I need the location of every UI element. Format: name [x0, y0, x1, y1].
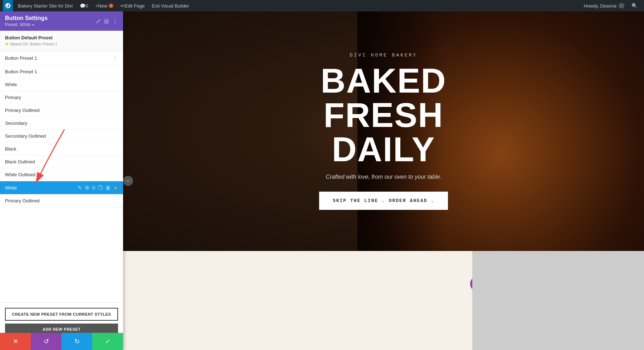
- duplicate-icon[interactable]: ⎘: [92, 185, 95, 191]
- new-badge: 1: [109, 4, 113, 8]
- gray-content-area: [472, 251, 644, 350]
- preset-item-black[interactable]: Black: [0, 143, 123, 156]
- preset-item-secondary[interactable]: Secondary: [0, 117, 123, 130]
- admin-bar-exit-builder[interactable]: Exit Visual Builder: [148, 0, 193, 11]
- panel-preset-label[interactable]: Preset: White ▾: [5, 22, 48, 27]
- content-area: DIVI HOME BAKERY BAKED FRESH DAILY Craft…: [123, 11, 644, 350]
- panel-more-icon[interactable]: ⋮: [112, 18, 118, 25]
- main-layout: Button Settings Preset: White ▾ ⤢ ⊟ ⋮ Bu…: [0, 11, 644, 350]
- preset-item-secondary-outlined[interactable]: Secondary Outlined: [0, 130, 123, 143]
- default-preset-title: Button Default Preset: [5, 35, 118, 40]
- hero-content: DIVI HOME BAKERY BAKED FRESH DAILY Craft…: [258, 53, 509, 210]
- preset-item-white[interactable]: White: [0, 78, 123, 91]
- preset-item-primary-outlined[interactable]: Primary Outlined: [0, 104, 123, 117]
- hero-subtitle: DIVI HOME BAKERY: [258, 53, 509, 58]
- hero-title: BAKED FRESH DAILY: [258, 64, 509, 167]
- star-active-icon[interactable]: ★: [113, 185, 118, 191]
- preset-dropdown-arrow: ▾: [32, 23, 34, 27]
- preset-item[interactable]: Button Preset 1: [0, 65, 123, 78]
- settings-icon[interactable]: ⚙: [85, 185, 89, 191]
- panel-resize-icon[interactable]: ⤢: [96, 18, 101, 25]
- user-avatar: [619, 3, 624, 9]
- star-icon: ★: [5, 41, 9, 46]
- save-button[interactable]: ✓: [92, 333, 123, 350]
- default-preset-section: Button Default Preset ★ Based On: Button…: [0, 31, 123, 51]
- copy-icon[interactable]: ❐: [98, 185, 103, 191]
- admin-bar-user: Howdy, Deanna: [580, 3, 628, 9]
- bottom-toolbar: ✕ ↺ ↻ ✓: [0, 333, 123, 350]
- admin-bar-comments[interactable]: 💬 0: [76, 0, 92, 11]
- wp-logo[interactable]: [3, 0, 13, 11]
- preset-item-primary-outlined-2[interactable]: Primary Outlined: [0, 194, 123, 207]
- three-dots-icon[interactable]: ⋮: [112, 55, 118, 61]
- hero-description: Crafted with love, from our oven to your…: [258, 174, 509, 180]
- admin-bar-site-name[interactable]: Bakery Starter Site for Divi: [14, 0, 76, 11]
- panel-columns-icon[interactable]: ⊟: [104, 18, 109, 25]
- edit-icon[interactable]: ✎: [78, 185, 82, 191]
- preset-list: Button Preset 1 ⋮ Button Preset 1 White …: [0, 51, 123, 302]
- admin-search-icon[interactable]: 🔍: [628, 3, 641, 9]
- preset-item-primary[interactable]: Primary: [0, 91, 123, 104]
- hero-section: DIVI HOME BAKERY BAKED FRESH DAILY Craft…: [123, 11, 644, 251]
- undo-button[interactable]: ↺: [31, 333, 62, 350]
- preset-item-white-outlined[interactable]: White Outlined: [0, 168, 123, 181]
- hero-cta-button[interactable]: SKIP THE LINE . ORDER AHEAD .: [319, 192, 448, 210]
- panel-header: Button Settings Preset: White ▾ ⤢ ⊟ ⋮: [0, 11, 123, 31]
- panel-title: Button Settings: [5, 15, 48, 21]
- admin-bar: Bakery Starter Site for Divi 💬 0 + New 1…: [0, 0, 644, 11]
- preset-item-action-icons: ✎ ⚙ ⎘ ❐ 🗑 ★: [78, 185, 118, 191]
- admin-bar-edit-page[interactable]: ✏ Edit Page: [117, 0, 148, 11]
- preset-item-black-outlined[interactable]: Black Outlined: [0, 156, 123, 168]
- preset-item[interactable]: Button Preset 1 ⋮: [0, 51, 123, 65]
- below-hero-section: ••• BAKED FRESH DAILY: [123, 251, 644, 350]
- preset-item-white-active[interactable]: White ✎ ⚙ ⎘ ❐ 🗑 ★: [0, 181, 123, 194]
- create-preset-button[interactable]: CREATE NEW PRESET FROM CURRENT STYLES: [5, 308, 118, 321]
- delete-icon[interactable]: 🗑: [106, 185, 111, 191]
- close-button[interactable]: ✕: [0, 333, 31, 350]
- panel-resize-handle[interactable]: ↔: [123, 176, 133, 186]
- panel-header-icons: ⤢ ⊟ ⋮: [96, 18, 118, 25]
- redo-button[interactable]: ↻: [62, 333, 92, 350]
- admin-bar-new[interactable]: + New 1: [92, 0, 117, 11]
- button-settings-panel: Button Settings Preset: White ▾ ⤢ ⊟ ⋮ Bu…: [0, 11, 123, 350]
- default-preset-subtitle: ★ Based On: Button Preset 1: [5, 41, 118, 46]
